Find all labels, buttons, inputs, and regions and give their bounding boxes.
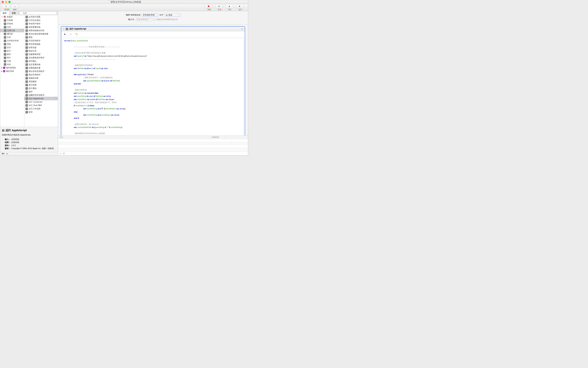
action-item[interactable]: 打印访达项目 (24, 18, 58, 22)
category-item[interactable]: 通讯录 (0, 32, 24, 36)
disclosure-icon[interactable]: ▼ (63, 28, 65, 30)
action-item[interactable]: 请求确认 (24, 59, 58, 63)
toolbar: ▭ ♫ 资源库 媒体 录制 ➤|步进 ■停止 ▶运行 (0, 4, 248, 11)
category-list: ▼📚 资源库 互联网开发者日历实用工具通讯录文本文件和文件夹系统音乐影片邮件照片… (0, 15, 24, 127)
script-editor[interactable]: on run {input, parameters} -------------… (62, 38, 244, 136)
action-item[interactable]: 我做给你看 (24, 76, 58, 80)
info-description: 此操作将运行指定的 AppleScript。 (2, 134, 56, 136)
in-label: 位于 (159, 14, 163, 16)
category-item[interactable]: 系统 (0, 42, 24, 46)
action-item[interactable]: 拷贝至剪贴板 (24, 42, 58, 46)
workflow-config: "服务"收到选定的 文件或文件夹 位于 🗂 访达 输入为 所选全部内容 用输出内… (58, 11, 248, 25)
step-button[interactable]: ➤| (215, 4, 223, 9)
log-col-empty (225, 136, 248, 139)
log-list-icon[interactable]: ☰ (63, 152, 65, 155)
library-button[interactable]: ▭ (2, 4, 10, 9)
library-label: 资源库 (3, 9, 11, 11)
log-col-message[interactable]: 日志 (58, 136, 210, 139)
input-as-select[interactable]: 所选全部内容 (135, 18, 152, 21)
action-item[interactable]: 隐藏所有应用程序 (24, 93, 58, 97)
step-label: 步进 (215, 9, 224, 11)
action-item[interactable]: 刻录光盘 (24, 46, 58, 49)
close-icon[interactable]: ✕ (241, 28, 243, 30)
action-item[interactable]: 暂停 (24, 110, 58, 114)
action-item[interactable]: 退出应用程序 (24, 73, 58, 76)
input-as-label: 输入为 (128, 18, 134, 21)
input-type-select[interactable]: 文件或文件夹 (142, 13, 159, 17)
action-item[interactable]: 获得变量的值 (24, 25, 58, 29)
action-item[interactable]: 退出所有应用程序 (24, 70, 58, 73)
gear-icon[interactable]: ⚙︎▾ (2, 153, 4, 155)
applescript-icon (2, 129, 4, 132)
tab-variables[interactable]: 变量 (9, 11, 19, 15)
action-item[interactable]: 朗读文本 (24, 49, 58, 53)
action-item[interactable]: 循环 (24, 90, 58, 93)
log-col-duration[interactable]: 持续时间 (210, 136, 225, 139)
replace-checkbox[interactable] (153, 18, 155, 21)
log-panel: 日志 持续时间 ▭ ☰ (58, 136, 248, 155)
action-info-panel: 运行 AppleScript 此操作将运行指定的 AppleScript。 输入… (0, 127, 58, 152)
service-receives-label: "服务"收到选定的 (125, 14, 140, 16)
action-item[interactable]: 拍摄屏幕快照 (24, 53, 58, 56)
action-card-applescript: ▼ 运行 AppleScript ✕ ▶ ■ 🔨 on run {input, … (61, 26, 245, 136)
card-stop-button[interactable]: ■ (69, 32, 73, 36)
log-row (58, 142, 248, 145)
replace-label: 用输出内容替换所选文本 (156, 18, 178, 21)
action-item[interactable]: 运行 JavaScript (24, 100, 58, 104)
card-run-button[interactable]: ▶ (63, 32, 67, 36)
action-item[interactable]: 显示通知 (24, 87, 58, 90)
recent-added[interactable]: ▸ 🟪 最近添加 (0, 69, 24, 73)
action-item[interactable]: 运行工作流程 (24, 107, 58, 110)
action-list: 从列表中选取打印访达项目等待用户操作获得变量的值获取剪贴板的内容将访达项目移到废… (24, 15, 58, 127)
action-item[interactable]: 启动屏幕保护程序 (24, 56, 58, 59)
action-item[interactable]: 运行 AppleScript (24, 97, 58, 100)
log-row (58, 145, 248, 148)
action-item[interactable]: 开启应用程序 (24, 39, 58, 42)
stop-button[interactable]: ■ (225, 4, 233, 9)
record-button[interactable] (205, 4, 213, 9)
category-item[interactable]: 日历 (0, 25, 24, 29)
category-item[interactable]: 实用工具 (0, 29, 24, 32)
library-header[interactable]: ▼📚 资源库 (0, 15, 24, 18)
action-item[interactable]: 运行 Shell 脚本 (24, 104, 58, 107)
card-compile-button[interactable]: 🔨 (75, 32, 78, 36)
category-item[interactable]: 开发者 (0, 22, 24, 25)
log-row (58, 148, 248, 150)
media-label: 媒体 (11, 9, 19, 11)
category-item[interactable]: 音乐 (0, 46, 24, 49)
action-item[interactable]: 将访达项目移到废纸篓 (24, 32, 58, 36)
tab-actions[interactable]: 操作 (0, 11, 9, 15)
category-item[interactable]: 字体 (0, 59, 24, 63)
info-title: 运行 AppleScript (6, 129, 27, 132)
action-item[interactable]: 设置电脑音量 (24, 66, 58, 70)
document-icon: 📄 (107, 0, 110, 3)
search-input[interactable] (19, 11, 57, 15)
action-item[interactable]: 显示结果 (24, 83, 58, 87)
action-item[interactable]: 系统概述 (24, 80, 58, 83)
run-button[interactable]: ▶ (236, 4, 244, 9)
recent-most-used[interactable]: ▸ 🟪 最常使用的 (0, 66, 24, 69)
category-item[interactable]: 邮件 (0, 53, 24, 56)
action-item[interactable]: 获取剪贴板的内容 (24, 29, 58, 32)
category-item[interactable]: 文本 (0, 36, 24, 39)
titlebar: 📄 获取文件对应GitHub上的链接 (0, 0, 248, 4)
run-label: 运行 (236, 9, 244, 11)
card-title: 运行 AppleScript (69, 28, 86, 30)
category-item[interactable]: 照片 (0, 56, 24, 59)
category-item[interactable]: 影片 (0, 49, 24, 53)
action-item[interactable]: 从列表中选取 (24, 15, 58, 18)
log-row (58, 139, 248, 142)
app-select[interactable]: 🗂 访达 (165, 13, 181, 17)
category-item[interactable]: 文件和文件夹 (0, 39, 24, 42)
applescript-icon (66, 28, 68, 30)
action-item[interactable]: 设定变量的值 (24, 63, 58, 66)
stop-label: 停止 (226, 9, 234, 11)
workflow-icon[interactable]: ▭ (6, 153, 8, 155)
action-item[interactable]: 聚焦 (24, 36, 58, 39)
workflow-canvas[interactable]: ▼ 运行 AppleScript ✕ ▶ ■ 🔨 on run {input, … (58, 25, 248, 136)
action-item[interactable]: 等待用户操作 (24, 22, 58, 25)
media-button[interactable]: ♫ (11, 4, 19, 9)
category-item[interactable]: 互联网 (0, 18, 24, 22)
log-view-icon[interactable]: ▭ (59, 152, 61, 155)
category-item[interactable]: PDF (0, 63, 24, 66)
